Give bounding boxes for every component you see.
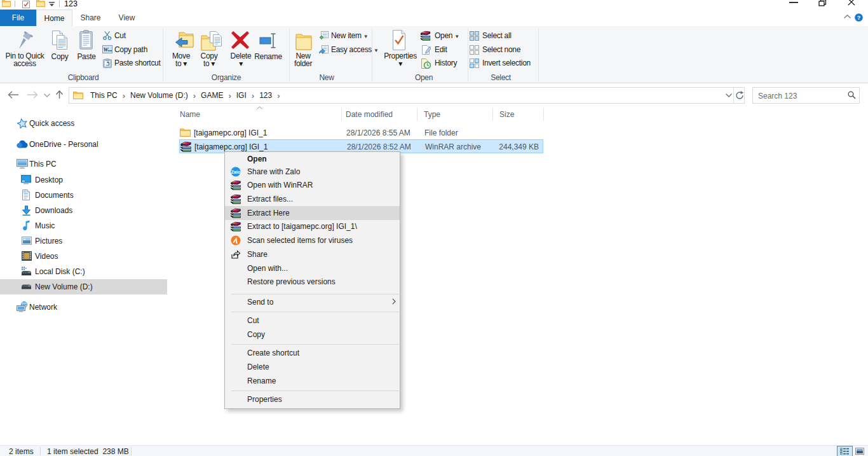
svg-text:W: W <box>104 46 109 53</box>
svg-text:Zalo: Zalo <box>231 170 240 174</box>
svg-text:?: ? <box>857 15 861 21</box>
